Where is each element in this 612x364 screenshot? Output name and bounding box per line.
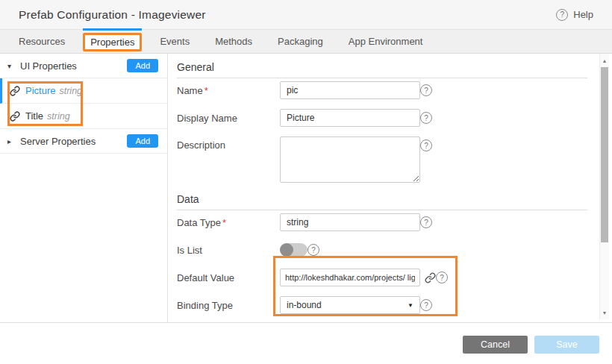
scrollbar[interactable]: ▲ ▼: [599, 54, 609, 319]
display-name-label: Display Name: [177, 113, 280, 124]
field-help-icon: ?: [436, 272, 448, 283]
link-icon: [10, 86, 20, 96]
required-asterisk: *: [222, 217, 226, 228]
scrollbar-thumb[interactable]: [601, 67, 608, 242]
binding-type-value: in-bound: [287, 300, 322, 310]
ui-properties-label: UI Properties: [20, 60, 77, 72]
chevron-down-icon: ▼: [408, 302, 413, 309]
description-textarea[interactable]: [280, 136, 420, 183]
help-link[interactable]: ? Help: [556, 9, 593, 21]
cancel-button[interactable]: Cancel: [463, 336, 528, 354]
name-input[interactable]: [280, 81, 420, 99]
add-server-property-button[interactable]: Add: [127, 134, 158, 148]
link-icon: [10, 111, 20, 122]
tab-resources[interactable]: Resources: [19, 36, 65, 47]
scroll-up-icon[interactable]: ▲: [600, 55, 609, 66]
tab-properties[interactable]: Properties: [83, 33, 142, 51]
property-item-picture[interactable]: Picture string: [0, 78, 167, 104]
data-type-input[interactable]: [280, 213, 420, 231]
field-help-icon: ?: [420, 139, 432, 151]
is-list-toggle[interactable]: [280, 243, 307, 257]
page-title: Prefab Configuration - Imageviewer: [19, 8, 206, 22]
field-help-icon: ?: [307, 244, 319, 256]
tab-packaging[interactable]: Packaging: [278, 36, 323, 47]
field-help-icon: ?: [420, 84, 432, 96]
field-row-is-list: Is List ?: [177, 241, 587, 259]
field-row-description: Description ?: [177, 136, 587, 183]
property-form: General Name* ? Display Name ? Descripti…: [168, 54, 599, 322]
field-row-display-name: Display Name ?: [177, 109, 587, 127]
binding-type-label: Binding Type: [177, 300, 280, 311]
server-properties-header[interactable]: ▸ Server Properties Add: [0, 129, 167, 154]
dialog-footer: Cancel Save: [0, 322, 612, 363]
server-properties-label: Server Properties: [20, 136, 96, 147]
collapse-icon: ▾: [7, 62, 15, 70]
required-asterisk: *: [204, 85, 208, 96]
field-row-data-type: Data Type* ?: [177, 213, 587, 231]
field-row-default-value: Default Value ?: [177, 269, 587, 286]
property-item-title[interactable]: Title string: [0, 104, 167, 129]
dialog-header: Prefab Configuration - Imageviewer ? Hel…: [0, 0, 612, 30]
name-label: Name*: [177, 85, 280, 96]
binding-type-select[interactable]: in-bound ▼: [280, 296, 420, 314]
section-heading-data: Data: [177, 193, 587, 210]
property-type: string: [47, 111, 70, 122]
property-name: Picture: [25, 85, 55, 96]
property-name: Title: [25, 110, 43, 122]
tab-app-environment[interactable]: App Environment: [349, 36, 423, 47]
field-help-icon: ?: [420, 216, 432, 228]
scroll-down-icon[interactable]: ▼: [600, 307, 609, 318]
field-help-icon: ?: [420, 299, 432, 311]
help-label: Help: [573, 9, 593, 20]
save-button[interactable]: Save: [534, 336, 599, 354]
default-value-input[interactable]: [280, 269, 420, 286]
toggle-knob: [280, 243, 293, 257]
help-icon: ?: [556, 9, 568, 21]
section-heading-general: General: [177, 61, 587, 78]
data-type-label: Data Type*: [177, 217, 280, 228]
ui-properties-header[interactable]: ▾ UI Properties Add: [0, 54, 167, 78]
properties-sidebar: ▾ UI Properties Add Picture string: [0, 54, 168, 322]
expand-icon: ▸: [7, 137, 15, 145]
default-value-label: Default Value: [177, 272, 280, 283]
description-label: Description: [177, 136, 280, 151]
field-row-name: Name* ?: [177, 81, 587, 99]
display-name-input[interactable]: [280, 109, 420, 127]
prefab-configuration-dialog: Prefab Configuration - Imageviewer ? Hel…: [0, 0, 612, 364]
tab-events[interactable]: Events: [160, 36, 190, 47]
bind-link-icon[interactable]: [425, 272, 436, 283]
field-help-icon: ?: [420, 112, 432, 124]
field-row-binding-type: Binding Type in-bound ▼ ?: [177, 296, 587, 314]
add-ui-property-button[interactable]: Add: [127, 59, 158, 72]
is-list-label: Is List: [177, 245, 280, 256]
tab-bar: Resources Properties Events Methods Pack…: [0, 30, 612, 54]
property-type: string: [59, 86, 82, 96]
tab-methods[interactable]: Methods: [215, 36, 252, 47]
